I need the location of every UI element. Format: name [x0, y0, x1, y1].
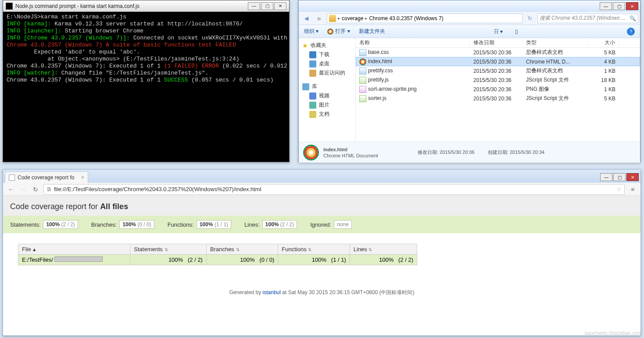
new-folder-button[interactable]: 新建文件夹	[359, 28, 385, 35]
file-row[interactable]: sorter.js2015/5/30 20:36JScript Script 文…	[356, 94, 640, 103]
sidebar-favorites[interactable]: ★收藏夹	[301, 41, 354, 50]
report-title: Code coverage report for All files	[10, 202, 633, 211]
close-button[interactable]: ✕	[626, 2, 638, 10]
file-icon: 🗎	[47, 186, 52, 192]
col-size[interactable]: 大小	[588, 39, 619, 46]
maximize-button[interactable]: ▢	[261, 2, 273, 10]
col-date[interactable]: 修改日期	[470, 39, 522, 46]
chevron-right-icon: ▸	[365, 16, 367, 21]
page-icon	[9, 174, 15, 181]
close-button[interactable]: ✕	[274, 2, 286, 10]
cmd-title-text: Node.js command prompt - karma start kar…	[15, 3, 140, 9]
sidebar-documents[interactable]: 文档	[301, 110, 354, 119]
breadcrumb-item[interactable]: coverage	[342, 15, 363, 21]
file-icon	[359, 58, 366, 65]
view-button[interactable]: ☷ ▾	[494, 28, 503, 35]
folder-icon	[329, 15, 336, 22]
th-file[interactable]: File ▴	[18, 244, 130, 255]
recent-icon	[309, 70, 316, 77]
preview-button[interactable]: ▯	[515, 28, 518, 35]
file-row[interactable]: index.html2015/5/30 20:36Chrome HTML D..…	[356, 57, 640, 66]
chrome-tabstrip[interactable]: Code coverage report fo × — ▢ ✕	[3, 170, 640, 183]
chrome-toolbar: ← → ↻ 🗎 file:///E:/TestFiles/coverage/Ch…	[3, 183, 640, 196]
th-branches[interactable]: Branches ⇅	[206, 244, 278, 255]
sidebar-recent[interactable]: 最近访问的	[301, 68, 354, 78]
explorer-toolbar: 组织 ▾ 打开 ▾ 新建文件夹 ☷ ▾ ▯ ?	[299, 25, 640, 38]
search-icon: 🔍	[630, 15, 636, 21]
menu-button[interactable]: ≡	[628, 185, 637, 194]
column-headers[interactable]: 名称 修改日期 类型 大小	[356, 38, 640, 48]
file-row[interactable]: base.css2015/5/30 20:36层叠样式表文档5 KB	[356, 48, 640, 57]
explorer-window: — ▢ ✕ ◀ ▶ ▸ coverage ▸ Chrome 43.0.2357 …	[298, 0, 640, 162]
maximize-button[interactable]: ▢	[613, 2, 625, 10]
coverage-bar	[54, 256, 103, 262]
sidebar-video[interactable]: 视频	[301, 91, 354, 100]
details-pane: index.html Chrome HTML Document 修改日期: 20…	[299, 142, 640, 163]
organize-menu[interactable]: 组织 ▾	[304, 28, 318, 35]
th-functions[interactable]: Functions ⇅	[278, 244, 350, 255]
tab-title: Code coverage report fo	[18, 174, 74, 181]
cmd-icon	[6, 3, 13, 10]
document-icon	[309, 111, 316, 118]
report-footer: Generated by istanbul at Sat May 30 2015…	[3, 276, 640, 310]
breadcrumb[interactable]: ▸ coverage ▸ Chrome 43.0.2357 (Windows 7…	[327, 14, 522, 23]
file-icon	[359, 49, 366, 56]
minimize-button[interactable]: —	[248, 2, 260, 10]
close-button[interactable]: ✕	[626, 173, 639, 181]
watermark: jiaocheng.chazidian.com	[585, 330, 642, 336]
coverage-table: File ▴ Statements ⇅ Branches ⇅ Functions…	[18, 244, 417, 265]
maximize-button[interactable]: ▢	[613, 173, 626, 181]
forward-button[interactable]: →	[19, 185, 28, 194]
file-icon	[359, 68, 366, 75]
file-icon	[359, 77, 366, 84]
bookmark-icon[interactable]: ☆	[616, 186, 622, 192]
details-filename: index.html	[323, 147, 347, 152]
minimize-button[interactable]: —	[600, 2, 612, 10]
explorer-titlebar[interactable]: — ▢ ✕	[299, 0, 640, 12]
sidebar-desktop[interactable]: 桌面	[301, 59, 354, 68]
close-tab-icon[interactable]: ×	[81, 174, 84, 181]
file-list: 名称 修改日期 类型 大小 base.css2015/5/30 20:36层叠样…	[356, 38, 640, 142]
sidebar-libraries[interactable]: 库	[301, 82, 354, 91]
breadcrumb-item[interactable]: Chrome 43.0.2357 (Windows 7)	[369, 15, 443, 21]
back-button[interactable]: ◀	[301, 13, 312, 24]
star-icon: ★	[302, 42, 308, 49]
explorer-navbar: ◀ ▶ ▸ coverage ▸ Chrome 43.0.2357 (Windo…	[299, 12, 640, 25]
address-bar[interactable]: 🗎 file:///E:/TestFiles/coverage/Chrome%2…	[43, 184, 625, 195]
picture-icon	[309, 102, 316, 109]
reload-button[interactable]: ↻	[31, 185, 40, 194]
details-filetype: Chrome HTML Document	[323, 153, 378, 158]
minimize-button[interactable]: —	[600, 173, 612, 181]
coverage-report: Code coverage report for All files State…	[3, 196, 640, 310]
file-icon	[359, 86, 366, 93]
open-menu[interactable]: 打开 ▾	[327, 28, 350, 35]
back-button[interactable]: ←	[7, 185, 15, 194]
col-name[interactable]: 名称	[356, 39, 470, 46]
sidebar-downloads[interactable]: 下载	[301, 50, 354, 59]
summary-row: Statements:100% (2 / 2) Branches:100% (0…	[3, 216, 640, 233]
file-row[interactable]: prettify.css2015/5/30 20:36层叠样式表文档1 KB	[356, 66, 640, 75]
chrome-icon	[303, 145, 319, 160]
chevron-right-icon: ▸	[338, 16, 340, 21]
file-row[interactable]: prettify.js2015/5/30 20:36JScript Script…	[356, 75, 640, 85]
cmd-window: Node.js command prompt - karma start kar…	[3, 0, 290, 162]
th-lines[interactable]: Lines ⇅	[350, 244, 417, 255]
forward-button[interactable]: ▶	[314, 13, 325, 24]
col-type[interactable]: 类型	[522, 39, 588, 46]
desktop-icon	[309, 60, 316, 68]
cmd-titlebar[interactable]: Node.js command prompt - karma start kar…	[3, 0, 289, 12]
chrome-icon	[327, 28, 333, 35]
chrome-window: Code coverage report fo × — ▢ ✕ ← → ↻ 🗎 …	[3, 169, 641, 336]
file-row[interactable]: sort-arrow-sprite.png2015/5/30 20:36PNG …	[356, 85, 640, 94]
search-input[interactable]: 搜索 Chrome 43.0.2357 (Windows ... 🔍	[537, 14, 638, 23]
refresh-button[interactable]: ↻	[524, 13, 536, 24]
library-icon	[302, 83, 309, 90]
th-statements[interactable]: Statements ⇅	[130, 244, 207, 255]
sidebar-pictures[interactable]: 图片	[301, 100, 354, 110]
istanbul-link[interactable]: istanbul	[263, 289, 281, 295]
explorer-sidebar: ★收藏夹 下载 桌面 最近访问的 库 视频 图片 文档	[299, 38, 356, 142]
file-icon	[359, 95, 366, 102]
browser-tab[interactable]: Code coverage report fo ×	[5, 171, 88, 183]
help-button[interactable]: ?	[627, 28, 635, 36]
table-row[interactable]: E:/TestFiles/ 100% (2 / 2) 100% (0 / 0) …	[18, 255, 417, 265]
